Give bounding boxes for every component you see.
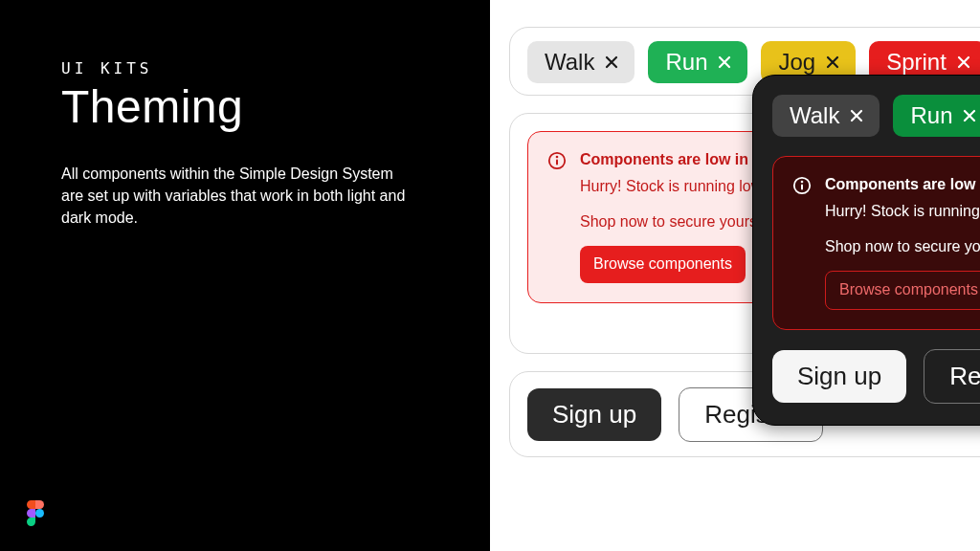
dark-theme-preview: Walk Run [752,75,980,426]
close-icon[interactable] [956,55,971,70]
alert-line1: Hurry! Stock is running low — get your h… [825,201,980,222]
chip-label: Jog [778,49,815,76]
close-icon[interactable] [825,55,840,70]
close-icon[interactable] [604,55,619,70]
page-description: All components within the Simple Design … [61,163,415,230]
chip-label: Run [910,102,952,129]
alert-box: Components are low in stock Hurry! Stock… [772,156,980,330]
chip-run[interactable]: Run [648,41,747,83]
browse-components-button[interactable]: Browse components [580,246,746,282]
svg-rect-2 [556,160,558,165]
info-panel: UI KITS Theming All components within th… [0,0,490,551]
figma-logo-icon [27,500,44,526]
page-title: Theming [61,80,243,133]
svg-rect-5 [801,185,803,190]
info-icon [792,176,812,195]
close-icon[interactable] [717,55,732,70]
dark-buttons-card: Sign up Register [772,349,980,404]
chip-label: Run [665,49,707,76]
info-icon [547,151,567,170]
dark-alert-card: Components are low in stock Hurry! Stock… [772,156,980,330]
chip-walk[interactable]: Walk [772,95,880,137]
chip-label: Sprint [886,49,947,76]
signup-button[interactable]: Sign up [772,350,906,403]
alert-line2: Shop now to secure yours while you still… [825,236,980,257]
register-button[interactable]: Register [924,349,980,404]
chip-walk[interactable]: Walk [527,41,635,83]
chip-label: Walk [790,102,839,129]
browse-components-button[interactable]: Browse components [825,271,980,309]
close-icon[interactable] [849,108,864,123]
alert-heading: Components are low in stock [825,174,980,195]
close-icon[interactable] [962,108,977,123]
chip-run[interactable]: Run [893,95,980,137]
chip-label: Walk [545,49,594,76]
dark-tags-card: Walk Run [772,95,980,137]
eyebrow-label: UI KITS [61,59,152,77]
svg-point-4 [801,181,804,184]
showcase-area: Walk Run Jog Sprint [490,0,980,551]
svg-point-1 [556,156,559,159]
signup-button[interactable]: Sign up [527,388,661,441]
